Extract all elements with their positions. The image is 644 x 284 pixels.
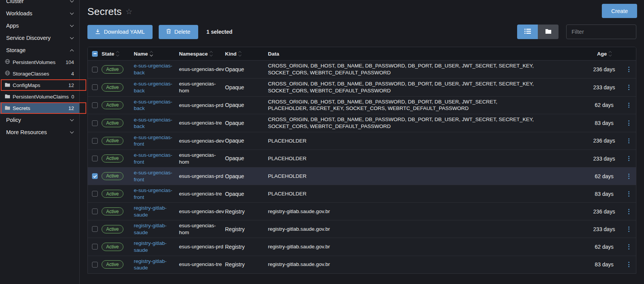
row-actions-menu-icon[interactable] [627,243,631,251]
row-actions-menu-icon[interactable] [627,83,631,92]
secret-name-link[interactable]: e-sus-urgencias-front [134,187,179,200]
select-all-checkbox[interactable] [92,51,98,57]
table-row: Activeregistry-gitlab-saudeesus-urgencia… [88,238,636,255]
age-text: 233 days [593,84,615,90]
sidebar-item-persistentvolumes[interactable]: PersistentVolumes104 [0,56,79,68]
sidebar-item-storageclasses[interactable]: StorageClasses4 [0,68,79,79]
row-checkbox[interactable] [92,226,98,232]
download-yaml-button[interactable]: Download YAML [87,25,153,39]
row-checkbox[interactable] [92,67,98,72]
kind-text: Registry [225,208,245,215]
row-checkbox[interactable] [92,191,98,197]
row-checkbox[interactable] [92,173,98,179]
row-actions-cell [621,207,636,216]
secret-name-link[interactable]: e-sus-urgencias-front [134,134,179,148]
main-content: Secrets ☆ Create Download YAML Delete 1 … [80,0,644,284]
secret-name-link[interactable]: e-sus-urgencias-front [134,152,179,165]
row-actions-menu-icon[interactable] [627,65,631,74]
secret-name-link[interactable]: registry-gitlab-saude [134,240,179,253]
row-checkbox[interactable] [92,156,98,161]
secret-name-link[interactable]: e-sus-urgencias-back [134,98,179,112]
data-keys-text: registry-gitlab.saude.gov.br [268,226,330,233]
row-namespace-cell: esus-urgencias-dev [179,208,225,215]
row-checkbox[interactable] [92,120,98,126]
row-checkbox[interactable] [92,208,98,214]
row-actions-menu-icon[interactable] [627,119,631,127]
row-actions-menu-icon[interactable] [627,101,631,110]
row-checkbox[interactable] [92,244,98,250]
favorite-star-icon[interactable]: ☆ [126,7,133,16]
row-checkbox[interactable] [92,102,98,108]
row-state-cell: Active [102,119,134,127]
row-actions-menu-icon[interactable] [627,225,631,233]
row-kind-cell: Opaque [225,102,268,108]
row-data-cell: CROSS_ORIGIN, DB_HOST, DB_NAME, DB_PASSW… [268,80,587,94]
row-actions-menu-icon[interactable] [627,260,631,269]
secret-name-link[interactable]: e-sus-urgencias-back [134,62,179,76]
table-row: Activee-sus-urgencias-frontesus-urgencia… [88,185,636,202]
table-row: Activeregistry-gitlab-saudeesus-urgencia… [88,256,636,273]
sidebar-group-service-discovery[interactable]: Service Discovery [0,32,79,44]
row-age-cell: 233 days [587,84,621,90]
globe-icon [5,59,10,65]
sidebar-item-label: StorageClasses [13,71,49,77]
column-header-age[interactable]: Age [587,51,621,57]
age-text: 62 days [595,244,613,250]
group-view-button[interactable] [538,25,559,39]
secret-name-link[interactable]: registry-gitlab-saude [134,222,179,236]
sidebar-group-label: Policy [6,117,71,123]
column-header-label: Namespace [179,51,208,57]
column-header-name[interactable]: Name [134,51,179,57]
secret-name-link[interactable]: registry-gitlab-saude [134,258,179,271]
secret-name-link[interactable]: e-sus-urgencias-back [134,117,179,130]
column-header-kind[interactable]: Kind [225,51,268,57]
sidebar-group-cluster[interactable]: Cluster [0,0,79,7]
column-header-namespace[interactable]: Namespace [179,51,225,57]
data-keys-text: PLACEHOLDER [268,138,307,144]
row-state-cell: Active [102,172,134,180]
sidebar-item-secrets[interactable]: Secrets12 [0,102,79,114]
kind-text: Opaque [225,155,244,162]
create-button[interactable]: Create [602,4,637,18]
row-actions-menu-icon[interactable] [627,137,631,145]
sidebar-group-storage[interactable]: Storage [0,44,79,56]
sidebar-group-more-resources[interactable]: More Resources [0,126,79,138]
row-checkbox-cell [88,138,102,144]
row-actions-menu-icon[interactable] [627,190,631,198]
sidebar-group-policy[interactable]: Policy [0,114,79,126]
row-checkbox-cell [88,84,102,90]
status-badge: Active [102,83,123,91]
sidebar-group-workloads[interactable]: Workloads [0,7,79,20]
delete-button[interactable]: Delete [159,25,198,39]
table-row: Activee-sus-urgencias-backesus-urgencias… [88,61,636,78]
row-actions-menu-icon[interactable] [627,207,631,216]
sidebar-group-apps[interactable]: Apps [0,20,79,32]
row-name-cell: e-sus-urgencias-back [134,117,179,130]
data-keys-text: CROSS_ORIGIN, DB_HOST, DB_NAME, DB_PASSW… [268,98,536,112]
sidebar-item-label: PersistentVolumeClaims [13,94,69,100]
chevron-down-icon [70,23,74,27]
row-checkbox[interactable] [92,138,98,144]
row-data-cell: PLACEHOLDER [268,173,587,180]
list-view-button[interactable] [517,25,538,39]
row-namespace-cell: esus-urgencias-prd [179,243,225,250]
row-checkbox[interactable] [92,84,98,90]
filter-input[interactable] [566,25,636,39]
row-checkbox[interactable] [92,262,98,268]
row-actions-cell [621,225,636,233]
row-age-cell: 62 days [587,244,621,250]
secret-name-link[interactable]: e-sus-urgencias-front [134,169,179,183]
sidebar-item-configmaps[interactable]: ConfigMaps12 [0,79,79,91]
row-actions-menu-icon[interactable] [627,172,631,181]
sidebar-item-persistentvolumeclaims[interactable]: PersistentVolumeClaims0 [0,91,79,102]
data-keys-text: registry-gitlab.saude.gov.br [268,208,330,215]
row-namespace-cell: esus-urgencias-tre [179,120,225,126]
sort-carets-icon [609,52,611,56]
column-header-state[interactable]: State [102,51,134,57]
sort-carets-icon [210,52,212,56]
kind-text: Registry [225,261,245,268]
secret-name-link[interactable]: registry-gitlab-saude [134,205,179,218]
secret-name-link[interactable]: e-sus-urgencias-back [134,80,179,94]
download-yaml-label: Download YAML [104,29,145,35]
row-actions-menu-icon[interactable] [627,154,631,163]
